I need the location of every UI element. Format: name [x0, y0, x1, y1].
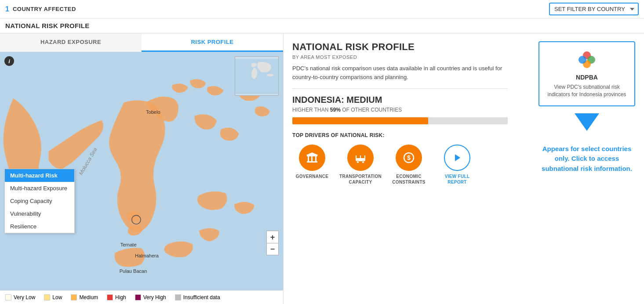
- driver-governance[interactable]: GOVERNANCE: [292, 145, 332, 179]
- legend-insufficient-data: Insufficient data: [175, 294, 220, 300]
- select-countries-text: Appears for select countries only. Click…: [538, 144, 635, 174]
- driver-transportation[interactable]: TRANSPORTATIONCAPACITY: [341, 145, 380, 185]
- tabs-row: HAZARD EXPOSURE RISK PROFILE: [0, 33, 283, 52]
- svg-rect-10: [307, 161, 317, 163]
- right-inner: NATIONAL RISK PROFILE BY AREA MOST EXPOS…: [292, 41, 635, 185]
- svg-point-20: [362, 161, 364, 163]
- by-area-label: BY AREA MOST EXPOSED: [292, 54, 538, 60]
- right-panel: NATIONAL RISK PROFILE BY AREA MOST EXPOS…: [284, 33, 644, 304]
- legend-very-low: Very Low: [5, 294, 35, 300]
- svg-rect-11: [307, 155, 317, 156]
- driver-view-report-label: VIEW FULLREPORT: [445, 174, 470, 185]
- map-area: i: [0, 52, 283, 290]
- risk-description: PDC's national risk comparison uses data…: [292, 64, 503, 81]
- svg-rect-18: [361, 156, 364, 158]
- legend: Very Low Low Medium High Very High Insuf…: [0, 290, 283, 304]
- legend-swatch-very-high: [135, 294, 141, 300]
- driver-governance-circle: [299, 145, 325, 171]
- main-content: HAZARD EXPOSURE RISK PROFILE i: [0, 33, 644, 304]
- drivers-title: TOP DRIVERS OF NATIONAL RISK:: [292, 132, 538, 138]
- driver-economic-circle: $: [396, 145, 422, 171]
- risk-profile-section: NATIONAL RISK PROFILE BY AREA MOST EXPOS…: [292, 41, 538, 185]
- svg-rect-12: [308, 156, 309, 161]
- legend-swatch-high: [107, 294, 113, 300]
- driver-economic[interactable]: $ ECONOMICCONSTRAINTS: [389, 145, 429, 185]
- legend-label-very-low: Very Low: [14, 294, 35, 300]
- legend-swatch-medium: [71, 294, 77, 300]
- layer-multi-hazard-risk[interactable]: Multi-hazard Risk: [5, 169, 74, 182]
- ndpba-description: View PDC's subnational risk indicators f…: [546, 83, 627, 98]
- ndpba-box[interactable]: NDPBA View PDC's subnational risk indica…: [538, 41, 635, 106]
- national-risk-profile-title-bar: NATIONAL RISK PROFILE: [0, 18, 644, 33]
- legend-medium: Medium: [71, 294, 98, 300]
- higher-than-pct: 59%: [330, 107, 341, 113]
- country-risk-title: INDONESIA: MEDIUM: [292, 95, 538, 105]
- legend-swatch-low: [44, 294, 50, 300]
- driver-economic-label: ECONOMICCONSTRAINTS: [392, 174, 426, 185]
- zoom-out-button[interactable]: −: [266, 243, 279, 255]
- higher-than-suffix: OF OTHER COUNTRIES: [341, 107, 402, 113]
- svg-rect-13: [311, 156, 313, 161]
- svg-rect-14: [315, 156, 317, 161]
- higher-than-text: HIGHER THAN 59% OF OTHER COUNTRIES: [292, 107, 538, 113]
- legend-label-insufficient: Insufficient data: [183, 294, 220, 300]
- legend-high: High: [107, 294, 126, 300]
- minimap: [235, 56, 279, 96]
- layer-resilience[interactable]: Resilience: [5, 220, 74, 233]
- ndpba-logo-icon: [576, 49, 597, 70]
- legend-swatch-insufficient: [175, 294, 181, 300]
- national-title-text: NATIONAL RISK PROFILE: [5, 22, 90, 29]
- divider: [292, 88, 508, 89]
- legend-swatch-very-low: [5, 294, 11, 300]
- filter-by-country-select[interactable]: SET FILTER BY COUNTRY: [549, 3, 639, 15]
- layer-vulnerability[interactable]: Vulnerability: [5, 207, 74, 220]
- svg-text:Tobelo: Tobelo: [146, 109, 160, 115]
- ndpba-section: NDPBA View PDC's subnational risk indica…: [538, 41, 635, 185]
- legend-label-very-high: Very High: [143, 294, 166, 300]
- svg-text:Ternate: Ternate: [120, 242, 137, 247]
- svg-marker-24: [455, 154, 460, 161]
- driver-view-report[interactable]: VIEW FULLREPORT: [437, 145, 477, 185]
- svg-text:Halmahera: Halmahera: [135, 253, 159, 258]
- layer-dropdown: Multi-hazard Risk Multi-hazard Exposure …: [4, 169, 75, 233]
- top-bar: 1 COUNTRY AFFECTED SET FILTER BY COUNTRY: [0, 0, 644, 18]
- zoom-in-button[interactable]: +: [266, 231, 279, 243]
- svg-point-28: [579, 56, 586, 64]
- legend-very-high: Very High: [135, 294, 166, 300]
- layer-coping-capacity[interactable]: Coping Capacity: [5, 195, 74, 207]
- svg-point-19: [357, 161, 359, 163]
- legend-label-high: High: [115, 294, 126, 300]
- progress-bar-fill: [292, 117, 428, 124]
- country-affected-label: 1 COUNTRY AFFECTED: [5, 5, 76, 13]
- arrow-down-icon: [575, 113, 599, 131]
- higher-than-prefix: HIGHER THAN: [292, 107, 330, 113]
- driver-view-report-circle: [444, 145, 470, 171]
- country-number: 1: [5, 5, 9, 13]
- tab-risk-profile[interactable]: RISK PROFILE: [142, 33, 283, 52]
- zoom-controls: + −: [266, 231, 279, 255]
- svg-rect-21: [356, 154, 365, 156]
- driver-governance-label: GOVERNANCE: [296, 174, 329, 179]
- driver-transportation-circle: [347, 145, 374, 171]
- layer-multi-hazard-exposure[interactable]: Multi-hazard Exposure: [5, 182, 74, 195]
- svg-text:$: $: [407, 154, 411, 161]
- legend-label-low: Low: [52, 294, 62, 300]
- section-title: NATIONAL RISK PROFILE: [292, 41, 538, 53]
- svg-text:Pulau Bacan: Pulau Bacan: [120, 268, 147, 274]
- driver-transportation-label: TRANSPORTATIONCAPACITY: [339, 174, 382, 185]
- svg-marker-15: [306, 152, 318, 155]
- tab-hazard-exposure[interactable]: HAZARD EXPOSURE: [0, 33, 142, 52]
- drivers-row: GOVERNANCE: [292, 145, 538, 185]
- ndpba-name: NDPBA: [576, 74, 598, 81]
- info-icon[interactable]: i: [4, 56, 14, 66]
- left-panel: HAZARD EXPOSURE RISK PROFILE i: [0, 33, 284, 304]
- legend-label-medium: Medium: [79, 294, 98, 300]
- country-label: COUNTRY AFFECTED: [13, 6, 76, 12]
- progress-bar-wrap: [292, 117, 508, 124]
- svg-rect-17: [357, 156, 360, 158]
- svg-rect-8: [235, 59, 279, 94]
- legend-low: Low: [44, 294, 62, 300]
